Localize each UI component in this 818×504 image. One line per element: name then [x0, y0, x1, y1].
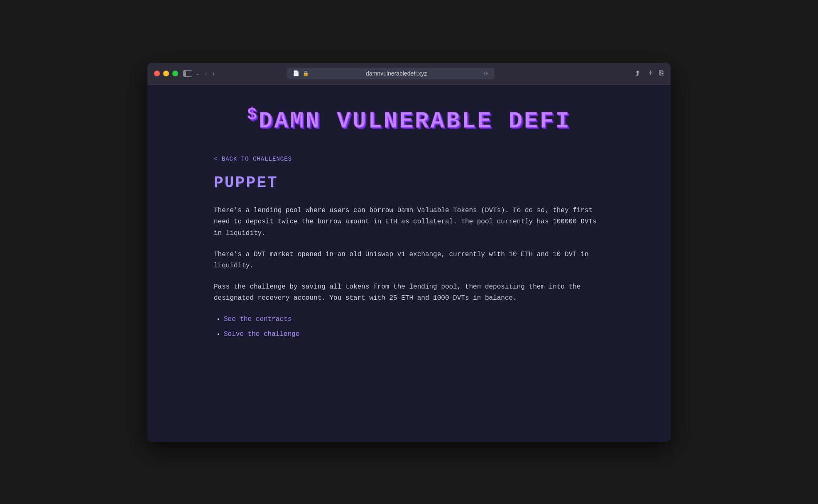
main-content: < BACK TO CHALLENGES PUPPET There's a le… — [181, 147, 637, 368]
challenge-links-list: See the contracts Solve the challenge — [214, 314, 604, 340]
back-arrow-button[interactable]: ‹ — [205, 70, 207, 77]
browser-chrome: ⌄ ‹ › 📄 🔒 damnvulnerabledefi.xyz ⟳ ⮭ + ⎘ — [147, 63, 671, 85]
refresh-icon[interactable]: ⟳ — [484, 70, 489, 77]
challenge-paragraph-3: Pass the challenge by saving all tokens … — [214, 281, 604, 304]
new-tab-icon[interactable]: + — [648, 69, 653, 78]
solve-challenge-link[interactable]: Solve the challenge — [224, 330, 299, 338]
browser-window: ⌄ ‹ › 📄 🔒 damnvulnerabledefi.xyz ⟳ ⮭ + ⎘… — [147, 63, 671, 442]
share-icon[interactable]: ⮭ — [634, 69, 642, 78]
lock-icon: 🔒 — [303, 71, 309, 76]
address-bar[interactable]: 📄 🔒 damnvulnerabledefi.xyz ⟳ — [287, 68, 495, 79]
traffic-lights — [154, 71, 178, 76]
sidebar-toggle-button[interactable] — [183, 70, 192, 77]
site-header: $DAMN VULNERABLE DEFI — [147, 85, 671, 147]
site-title: $DAMN VULNERABLE DEFI — [156, 105, 662, 135]
minimize-button[interactable] — [163, 71, 169, 76]
sidebar-chevron-icon[interactable]: ⌄ — [196, 71, 200, 76]
challenge-body: There's a lending pool where users can b… — [214, 205, 604, 340]
challenge-title: PUPPET — [214, 174, 604, 192]
back-to-challenges-link[interactable]: < BACK TO CHALLENGES — [214, 156, 292, 162]
page-content: $DAMN VULNERABLE DEFI < BACK TO CHALLENG… — [147, 85, 671, 442]
tabs-icon[interactable]: ⎘ — [659, 69, 664, 78]
browser-actions: ⮭ + ⎘ — [634, 69, 664, 78]
see-contracts-link[interactable]: See the contracts — [224, 316, 291, 323]
list-item: See the contracts — [224, 314, 604, 325]
challenge-paragraph-2: There's a DVT market opened in an old Un… — [214, 249, 604, 272]
close-button[interactable] — [154, 71, 160, 76]
forward-arrow-button[interactable]: › — [212, 70, 215, 77]
maximize-button[interactable] — [172, 71, 178, 76]
browser-controls: ⌄ — [183, 70, 200, 77]
list-item: Solve the challenge — [224, 329, 604, 340]
challenge-paragraph-1: There's a lending pool where users can b… — [214, 205, 604, 239]
url-display: damnvulnerabledefi.xyz — [312, 70, 480, 77]
page-icon: 📄 — [293, 70, 299, 76]
